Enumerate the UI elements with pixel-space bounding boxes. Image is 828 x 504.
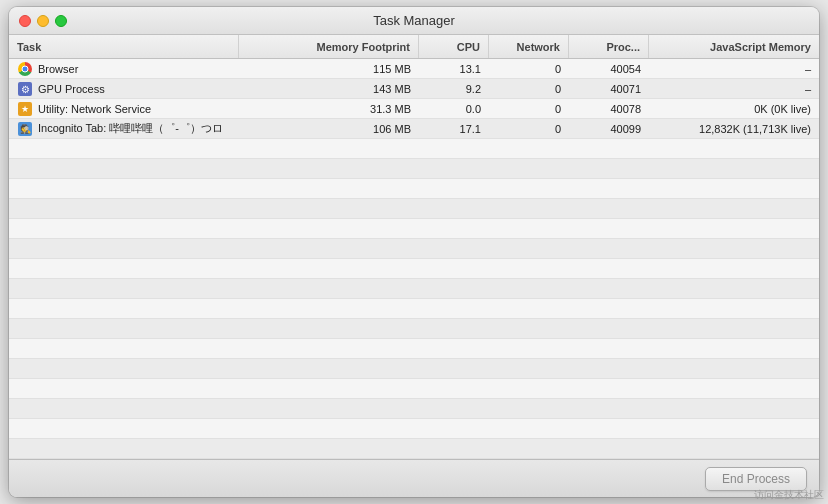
cell-memory: 31.3 MB: [239, 99, 419, 118]
maximize-button[interactable]: [55, 15, 67, 27]
cell-proc: 40054: [569, 59, 649, 78]
table-row-empty: [9, 399, 819, 419]
table-row-empty: [9, 319, 819, 339]
cell-memory: 106 MB: [239, 119, 419, 138]
table-row-empty: [9, 159, 819, 179]
traffic-lights: [19, 15, 67, 27]
cell-js-memory: 12,832K (11,713K live): [649, 119, 819, 138]
cell-network: 0: [489, 99, 569, 118]
table-row-empty: [9, 259, 819, 279]
cell-cpu: 0.0: [419, 99, 489, 118]
cell-task: GPU Process: [9, 79, 239, 98]
titlebar: Task Manager: [9, 7, 819, 35]
table-row[interactable]: Browser 115 MB 13.1 0 40054 –: [9, 59, 819, 79]
cell-cpu: 9.2: [419, 79, 489, 98]
table-row-empty: [9, 279, 819, 299]
cell-proc: 40078: [569, 99, 649, 118]
table-row-empty: [9, 419, 819, 439]
col-memory: Memory Footprint: [239, 35, 419, 58]
col-network: Network: [489, 35, 569, 58]
cell-memory: 115 MB: [239, 59, 419, 78]
col-cpu: CPU: [419, 35, 489, 58]
cell-task: 🕵 Incognito Tab: 哔哩哔哩（゜-゜）つロ: [9, 119, 239, 138]
cell-task: ★ Utility: Network Service: [9, 99, 239, 118]
browser-icon: [17, 61, 33, 77]
table-body: Browser 115 MB 13.1 0 40054 – GPU Proces…: [9, 59, 819, 459]
task-manager-window: Task Manager Task Memory Footprint CPU N…: [9, 7, 819, 497]
table-row-empty: [9, 299, 819, 319]
table-row-empty: [9, 339, 819, 359]
main-content: Task Memory Footprint CPU Network Proc..…: [9, 35, 819, 459]
footer: End Process: [9, 459, 819, 497]
cell-cpu: 13.1: [419, 59, 489, 78]
table-row-empty: [9, 179, 819, 199]
end-process-button[interactable]: End Process: [705, 467, 807, 491]
cell-js-memory: –: [649, 79, 819, 98]
window-title: Task Manager: [373, 13, 455, 28]
network-icon: ★: [17, 101, 33, 117]
cell-task: Browser: [9, 59, 239, 78]
close-button[interactable]: [19, 15, 31, 27]
cell-network: 0: [489, 59, 569, 78]
minimize-button[interactable]: [37, 15, 49, 27]
table-row[interactable]: GPU Process 143 MB 9.2 0 40071 –: [9, 79, 819, 99]
table-row-empty: [9, 239, 819, 259]
cell-js-memory: –: [649, 59, 819, 78]
cell-network: 0: [489, 79, 569, 98]
gpu-icon: [17, 81, 33, 97]
incognito-icon: 🕵: [17, 121, 33, 137]
table-row-empty: [9, 199, 819, 219]
cell-cpu: 17.1: [419, 119, 489, 138]
table-row-empty: [9, 439, 819, 459]
table-row[interactable]: 🕵 Incognito Tab: 哔哩哔哩（゜-゜）つロ 106 MB 17.1…: [9, 119, 819, 139]
col-js-memory: JavaScript Memory: [649, 35, 819, 58]
table-row-empty: [9, 139, 819, 159]
cell-network: 0: [489, 119, 569, 138]
table-row-empty: [9, 379, 819, 399]
cell-js-memory: 0K (0K live): [649, 99, 819, 118]
table-row[interactable]: ★ Utility: Network Service 31.3 MB 0.0 0…: [9, 99, 819, 119]
table-header: Task Memory Footprint CPU Network Proc..…: [9, 35, 819, 59]
cell-proc: 40071: [569, 79, 649, 98]
cell-proc: 40099: [569, 119, 649, 138]
cell-memory: 143 MB: [239, 79, 419, 98]
col-task: Task: [9, 35, 239, 58]
table-row-empty: [9, 359, 819, 379]
col-proc: Proc...: [569, 35, 649, 58]
watermark: 访问金技术社区: [754, 488, 824, 502]
table-row-empty: [9, 219, 819, 239]
